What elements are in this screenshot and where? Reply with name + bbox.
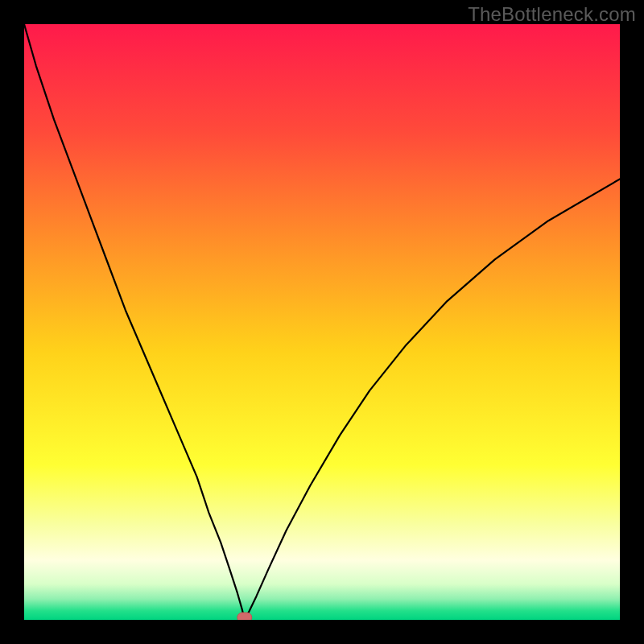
plot-area	[24, 24, 620, 620]
bottleneck-chart	[24, 24, 620, 620]
gradient-background	[24, 24, 620, 620]
watermark-text: TheBottleneck.com	[468, 3, 636, 26]
chart-frame: TheBottleneck.com	[0, 0, 644, 644]
minimum-marker	[237, 613, 252, 620]
